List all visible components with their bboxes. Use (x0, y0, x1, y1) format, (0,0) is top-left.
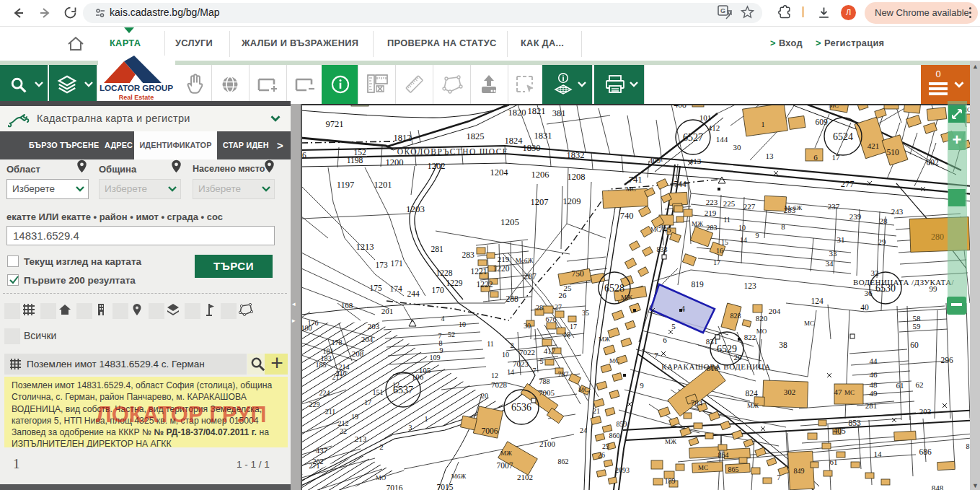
svg-text:62: 62 (916, 380, 924, 389)
svg-text:12: 12 (491, 372, 498, 380)
svg-text:8: 8 (966, 442, 970, 450)
svg-text:223: 223 (706, 198, 718, 206)
svg-text:1228: 1228 (436, 268, 453, 277)
svg-text:1824: 1824 (505, 136, 524, 146)
svg-text:1: 1 (762, 121, 765, 128)
svg-text:27: 27 (555, 303, 562, 311)
svg-text:204: 204 (769, 307, 781, 315)
svg-text:417: 417 (544, 346, 556, 355)
svg-text:59: 59 (913, 322, 922, 331)
svg-text:10: 10 (738, 224, 746, 232)
svg-text:1208: 1208 (568, 172, 586, 182)
svg-text:862: 862 (558, 458, 569, 465)
svg-text:740: 740 (620, 211, 634, 221)
svg-text:1203: 1203 (406, 204, 425, 214)
svg-text:170: 170 (431, 286, 444, 294)
svg-text:МС: МС (609, 357, 619, 364)
svg-text:МЖ: МЖ (665, 438, 677, 445)
svg-text:225: 225 (723, 199, 736, 208)
svg-text:124: 124 (811, 297, 824, 305)
svg-text:52: 52 (448, 331, 455, 338)
svg-text:26: 26 (559, 291, 568, 299)
svg-text:1: 1 (425, 415, 428, 423)
svg-text:123: 123 (743, 281, 756, 290)
svg-text:203: 203 (919, 407, 932, 416)
svg-text:173: 173 (375, 261, 388, 269)
svg-text:151: 151 (373, 388, 384, 396)
svg-text:6: 6 (813, 153, 818, 162)
svg-text:10: 10 (502, 351, 509, 359)
svg-text:МЖ: МЖ (692, 220, 704, 227)
svg-text:219: 219 (705, 209, 717, 217)
svg-text:17: 17 (713, 258, 720, 266)
svg-text:1213: 1213 (356, 242, 374, 252)
svg-text:201: 201 (381, 307, 394, 315)
svg-text:61: 61 (896, 381, 904, 390)
svg-text:9: 9 (756, 232, 759, 240)
svg-text:12: 12 (392, 381, 399, 389)
svg-text:7006: 7006 (482, 426, 498, 435)
svg-text:МС: МС (804, 320, 814, 327)
svg-text:11: 11 (487, 340, 494, 348)
svg-text:174: 174 (389, 284, 402, 293)
svg-text:1821: 1821 (528, 106, 546, 116)
svg-text:2: 2 (379, 442, 384, 451)
svg-text:180: 180 (301, 324, 312, 332)
svg-text:237: 237 (828, 202, 840, 211)
svg-text:МС: МС (650, 226, 661, 233)
svg-text:168: 168 (341, 301, 353, 310)
svg-text:8: 8 (781, 222, 785, 231)
svg-text:47: 47 (834, 388, 843, 396)
svg-text:КАРАКАШОВА ВОДЕНИЦА: КАРАКАШОВА ВОДЕНИЦА (661, 362, 771, 371)
svg-text:1220: 1220 (493, 264, 510, 273)
svg-text:277: 277 (841, 179, 855, 189)
svg-text:28: 28 (536, 304, 543, 312)
svg-text:217: 217 (332, 373, 343, 381)
svg-text:2100: 2100 (539, 439, 556, 448)
svg-text:281: 281 (865, 401, 878, 410)
svg-text:283: 283 (462, 250, 474, 259)
svg-text:7028: 7028 (491, 380, 508, 389)
svg-text:686: 686 (919, 447, 932, 456)
svg-text:35: 35 (582, 309, 589, 317)
svg-text:281: 281 (431, 245, 443, 253)
svg-text:31: 31 (837, 235, 845, 244)
svg-text:17: 17 (364, 398, 371, 406)
svg-text:МЖ: МЖ (500, 450, 513, 457)
svg-text:381: 381 (552, 108, 566, 118)
svg-text:7022: 7022 (519, 348, 535, 356)
svg-text:МО: МО (376, 474, 387, 481)
svg-text:602: 602 (926, 158, 939, 167)
svg-text:750: 750 (571, 269, 584, 278)
svg-text:2102: 2102 (517, 473, 533, 481)
svg-text:280: 280 (931, 232, 944, 242)
svg-text:203: 203 (368, 322, 380, 331)
svg-text:30: 30 (733, 143, 742, 152)
svg-text:741: 741 (629, 175, 643, 185)
svg-text:13: 13 (766, 152, 774, 160)
svg-text:1229: 1229 (446, 279, 463, 287)
svg-text:676: 676 (546, 315, 557, 323)
svg-text:7007: 7007 (497, 461, 513, 470)
svg-text:1825: 1825 (467, 131, 485, 141)
svg-text:860: 860 (609, 432, 620, 439)
svg-text:МС: МС (844, 389, 855, 396)
svg-text:23: 23 (602, 442, 609, 450)
svg-text:211: 211 (325, 408, 336, 416)
svg-text:421: 421 (868, 141, 880, 150)
svg-text:44: 44 (870, 356, 878, 365)
svg-text:288: 288 (506, 294, 518, 303)
svg-text:15: 15 (721, 238, 728, 246)
svg-text:864: 864 (718, 451, 729, 459)
svg-text:38: 38 (779, 341, 787, 349)
svg-text:7023: 7023 (513, 359, 529, 368)
svg-text:865: 865 (728, 465, 739, 473)
svg-text:6536: 6536 (511, 402, 531, 413)
svg-text:49: 49 (870, 389, 878, 398)
svg-text:828: 828 (730, 312, 741, 320)
svg-text:LOCATOR GROUP: LOCATOR GROUP (100, 83, 173, 93)
svg-text:189: 189 (665, 477, 676, 485)
svg-text:296: 296 (940, 356, 953, 364)
svg-text:609: 609 (815, 118, 828, 126)
svg-text:819: 819 (691, 280, 704, 289)
